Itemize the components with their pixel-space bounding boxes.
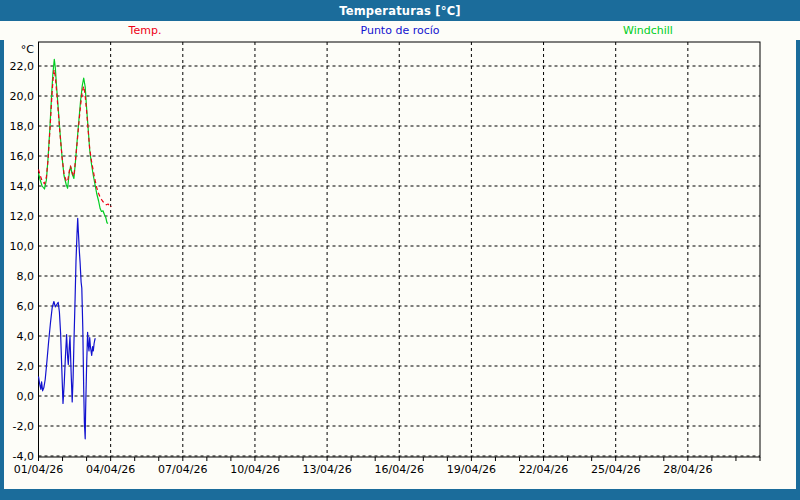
window-border-right (796, 40, 800, 489)
chart-panel: Temp. Punto de rocío Windchill (0, 21, 800, 489)
title-bar: Temperaturas [°C] (0, 0, 800, 21)
legend-item-temp: Temp. (105, 24, 185, 37)
window-border-left (0, 40, 4, 489)
legend-item-windchill: Windchill (598, 24, 698, 37)
legend-item-dew-point: Punto de rocío (326, 24, 474, 37)
chart-window: Temperaturas [°C] Temp. Punto de rocío W… (0, 0, 800, 500)
window-title: Temperaturas [°C] (339, 4, 461, 18)
